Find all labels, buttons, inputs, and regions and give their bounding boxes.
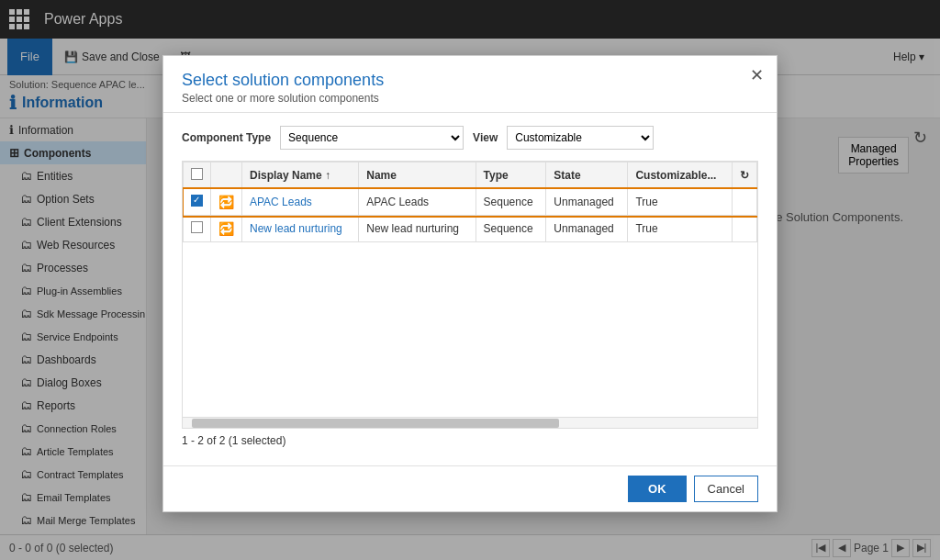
component-type-label: Component Type (182, 131, 271, 144)
customizable-label: Customizable... (635, 169, 716, 182)
header-checkbox-col[interactable] (184, 162, 211, 189)
row2-checkbox-cell[interactable] (184, 216, 211, 242)
ok-button[interactable]: OK (628, 476, 687, 502)
view-select[interactable]: Customizable (507, 126, 654, 150)
type-label: Type (484, 169, 509, 182)
row1-refresh (733, 189, 757, 216)
table-header-row: Display Name ↑ Name Type State (184, 162, 757, 189)
header-display-name[interactable]: Display Name ↑ (242, 162, 359, 189)
header-state[interactable]: State (546, 162, 628, 189)
row2-icon-cell: 🔁 (211, 216, 242, 242)
filter-row: Component Type Sequence View Customizabl… (182, 126, 758, 150)
hscroll-thumb[interactable] (192, 419, 559, 428)
modal-overlay: Select solution components Select one or… (0, 0, 940, 560)
cancel-button[interactable]: Cancel (694, 476, 758, 502)
header-type[interactable]: Type (476, 162, 546, 189)
modal-subtitle: Select one or more solution components (182, 92, 758, 105)
modal-body: Component Type Sequence View Customizabl… (163, 113, 777, 465)
row2-customizable: True (628, 216, 733, 242)
row2-display-name-link[interactable]: New lead nurturing (250, 222, 342, 235)
header-refresh[interactable]: ↻ (733, 162, 757, 189)
select-all-checkbox[interactable] (191, 168, 203, 180)
table-scroll[interactable]: Display Name ↑ Name Type State (183, 162, 757, 417)
view-label: View (473, 131, 498, 144)
component-type-select[interactable]: Sequence (280, 126, 464, 150)
header-customizable[interactable]: Customizable... (628, 162, 733, 189)
modal-close-button[interactable]: ✕ (750, 67, 764, 84)
modal-title: Select solution components (182, 71, 758, 90)
row2-type: Sequence (476, 216, 546, 242)
table-row[interactable]: 🔁 New lead nurturing New lead nurturing … (184, 216, 757, 242)
display-name-label: Display Name ↑ (250, 169, 330, 182)
sequence-icon: 🔁 (218, 195, 234, 209)
components-table: Display Name ↑ Name Type State (183, 162, 757, 242)
table-row[interactable]: 🔁 APAC Leads APAC Leads Sequence Unmanag… (184, 189, 757, 216)
modal-footer: OK Cancel (163, 465, 777, 511)
row2-state: Unmanaged (546, 216, 628, 242)
table-horizontal-scrollbar[interactable] (182, 418, 758, 429)
sequence-icon2: 🔁 (218, 221, 234, 236)
row1-checkbox-cell[interactable] (184, 189, 211, 216)
row2-display-name[interactable]: New lead nurturing (242, 216, 359, 242)
row2-name: New lead nurturing (359, 216, 476, 242)
name-label: Name (366, 169, 397, 182)
row2-checkbox[interactable] (191, 221, 203, 233)
row1-type: Sequence (476, 189, 546, 216)
modal-record-count: 1 - 2 of 2 (1 selected) (182, 434, 758, 447)
table-container: Display Name ↑ Name Type State (182, 161, 758, 418)
row1-state: Unmanaged (546, 189, 628, 216)
modal-header: Select solution components Select one or… (163, 56, 777, 113)
row1-display-name-link[interactable]: APAC Leads (250, 196, 312, 208)
row1-customizable: True (628, 189, 733, 216)
row1-name: APAC Leads (359, 189, 476, 216)
row1-checkbox[interactable] (191, 195, 203, 207)
row1-icon-cell: 🔁 (211, 189, 242, 216)
header-icon-col (211, 162, 242, 189)
row2-refresh (733, 216, 757, 242)
table-refresh-icon: ↻ (740, 169, 749, 182)
state-label: State (554, 169, 580, 182)
modal-dialog: Select solution components Select one or… (162, 55, 778, 512)
row1-display-name[interactable]: APAC Leads (242, 189, 359, 216)
header-name[interactable]: Name (359, 162, 476, 189)
